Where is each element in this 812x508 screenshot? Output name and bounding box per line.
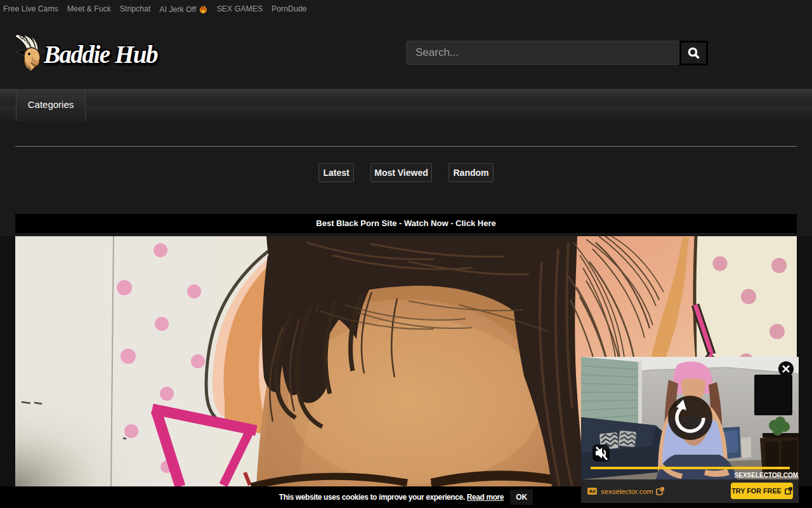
svg-text:SEXSELECTOR.COM: SEXSELECTOR.COM bbox=[735, 472, 798, 479]
